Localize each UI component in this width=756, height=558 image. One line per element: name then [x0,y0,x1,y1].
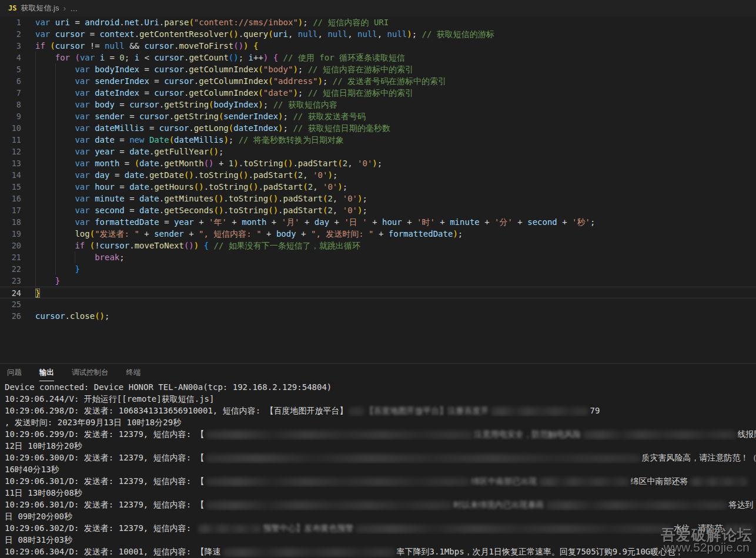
output-text: 日 08时31分03秒 [5,535,72,544]
code-line-14[interactable]: 14 var day = date.getDate().toString().p… [0,169,756,181]
output-text: 绵区中南部已出现 [471,476,537,486]
output-line: 10:29:06.300/D: 发送者: 12379, 短信内容: 【质灾害风险… [5,452,756,463]
code-line-22[interactable]: 22 } [0,263,756,275]
line-number: 2 [0,28,21,40]
code-line-text: var bodyIndex = cursor.getColumnIndex("b… [21,63,413,75]
output-text: 10:29:06.301/D: 发送者: 12379, 短信内容: 【 [5,476,205,486]
code-line-text: var cursor = context.getContentResolver(… [21,28,494,40]
code-line-text: } [21,275,60,287]
code-line-18[interactable]: 18 var formattedDate = year + '年' + mont… [0,216,756,228]
code-line-1[interactable]: 1var uri = android.net.Uri.parse("conten… [0,16,756,28]
code-line-21[interactable]: 21 break; [0,251,756,263]
code-line-16[interactable]: 16 var minute = date.getMinutes().toStri… [0,193,756,204]
code-line-17[interactable]: 17 var second = date.getSeconds().toStri… [0,204,756,216]
code-line-3[interactable]: 3if (cursor != null && cursor.moveToFirs… [0,40,756,52]
code-line-8[interactable]: 8 var body = cursor.getString(bodyIndex)… [0,99,756,110]
code-line-7[interactable]: 7 var dateIndex = cursor.getColumnIndex(… [0,87,756,99]
panel-tab-1[interactable]: 问题 [7,364,22,381]
line-number: 13 [0,157,21,169]
breadcrumb: JS 获取短信.js › … [0,0,756,16]
breadcrumb-symbol-ellipsis[interactable]: … [70,4,78,13]
code-line-26[interactable]: 26cursor.close(); [0,310,756,322]
redacted-blur [349,407,364,416]
line-number: 25 [0,298,21,310]
redacted-blur [206,501,453,510]
output-text: 预警中心】发布黄色预警 [263,523,354,533]
line-number: 1 [0,16,21,28]
code-line-24[interactable]: 24} [0,287,756,298]
line-number: 15 [0,181,21,193]
line-number: 26 [0,310,21,322]
code-line-text: var sender = cursor.getString(senderInde… [21,110,366,122]
code-line-5[interactable]: 5 var bodyIndex = cursor.getColumnIndex(… [0,63,756,75]
breadcrumb-file-name[interactable]: 获取短信.js [21,3,59,14]
output-text: 注意用电安全，防范触电风险 [474,429,581,439]
line-number: 4 [0,52,21,63]
panel-tab-bar: 问题输出调试控制台终端 [0,364,756,381]
code-line-text: var dateIndex = cursor.getColumnIndex("d… [21,87,413,99]
redacted-blur [222,548,396,557]
output-line: 10:29:06.302/D: 发送者: 12379, 短信内容: 预警中心】发… [5,522,756,534]
line-number: 3 [0,40,21,52]
output-line: 日 08时31分03秒 [5,534,756,546]
code-line-text [21,298,35,310]
code-line-20[interactable]: 20 if (!cursor.moveToNext()) { // 如果没有下一… [0,240,756,251]
output-text: 79 [590,406,600,415]
output-text: 12日 10时18分20秒 [5,441,82,451]
line-number: 14 [0,169,21,181]
output-line: 10:29:06.244/V: 开始运行[[remote]获取短信.js] [5,393,756,405]
bottom-panel: 问题输出调试控制台终端 Device connected: Device HON… [0,363,756,558]
output-text: 将达到 [729,500,754,509]
line-number: 11 [0,134,21,146]
code-line-text: var body = cursor.getString(bodyIndex); … [21,99,337,110]
line-number: 6 [0,75,21,87]
indent-guide [35,52,36,287]
redacted-blur [206,454,641,463]
code-line-23[interactable]: 23 } [0,275,756,287]
line-number: 19 [0,228,21,240]
code-line-25[interactable]: 25 [0,298,756,310]
code-line-13[interactable]: 13 var month = (date.getMonth() + 1).toS… [0,157,756,169]
redacted-blur [490,407,589,416]
code-line-text: var month = (date.getMonth() + 1).toStri… [21,157,382,169]
code-line-text: } [21,263,80,275]
redacted-blur [355,525,673,533]
output-text: 日 09时20分00秒 [5,512,72,521]
code-editor[interactable]: 1var uri = android.net.Uri.parse("conten… [0,16,756,363]
output-line: 10:29:06.298/D: 发送者: 1068341313656910001… [5,405,756,416]
code-line-text: if (!cursor.moveToNext()) { // 如果没有下一条短信… [21,240,360,251]
output-text: 10:29:06.300/D: 发送者: 12379, 短信内容: 【 [5,453,205,462]
output-log[interactable]: Device connected: Device HONOR TEL-AN00a… [0,381,756,558]
panel-tab-2[interactable]: 输出 [39,364,54,381]
output-line: 16时40分13秒 [5,463,756,475]
code-line-15[interactable]: 15 var hour = date.getHours().toString()… [0,181,756,193]
line-number: 18 [0,216,21,228]
code-line-text: var date = new Date(dateMillis); // 将毫秒数… [21,134,344,146]
code-line-text: var day = date.getDate().toString().padS… [21,169,337,181]
output-line: 10:29:06.301/D: 发送者: 12379, 短信内容: 【时以来绵境… [5,499,756,510]
code-line-12[interactable]: 12 var year = date.getFullYear(); [0,146,756,157]
output-text: 10:29:06.244/V: 开始运行[[remote]获取短信.js] [5,394,214,404]
code-line-9[interactable]: 9 var sender = cursor.getString(senderIn… [0,110,756,122]
line-number: 8 [0,99,21,110]
code-line-2[interactable]: 2var cursor = context.getContentResolver… [0,28,756,40]
code-line-19[interactable]: 19 log("发送者: " + sender + ", 短信内容: " + b… [0,228,756,240]
output-line: , 发送时间: 2023年09月13日 10时18分29秒 [5,416,756,428]
panel-tab-3[interactable]: 调试控制台 [72,364,109,381]
output-text: 质灾害风险高，请注意防范！（王 [642,453,756,462]
line-number: 17 [0,204,21,216]
output-text: 率下降到3.1Mbps，次月1日恢复正常速率。回复7505订购9.9元10G暖心… [397,547,684,556]
line-number: 22 [0,263,21,275]
code-line-10[interactable]: 10 var dateMillis = cursor.getLong(dateI… [0,122,756,134]
output-text: 线报障 [738,429,756,439]
code-line-11[interactable]: 11 var date = new Date(dateMillis); // 将… [0,134,756,146]
code-line-text: var hour = date.getHours().toString().pa… [21,181,347,193]
code-line-text: log("发送者: " + sender + ", 短信内容: " + body… [21,228,463,240]
output-text: 10:29:06.302/D: 发送者: 12379, 短信内容: [5,523,196,533]
code-line-4[interactable]: 4 for (var i = 0; i < cursor.getCount();… [0,52,756,63]
watermark: 吾爱破解论坛 www.52pojie.cn [661,525,752,554]
output-text: 绵区中南部还将 [631,476,688,486]
panel-tab-4[interactable]: 终端 [126,364,141,381]
redacted-blur [206,478,470,486]
code-line-6[interactable]: 6 var senderIndex = cursor.getColumnInde… [0,75,756,87]
